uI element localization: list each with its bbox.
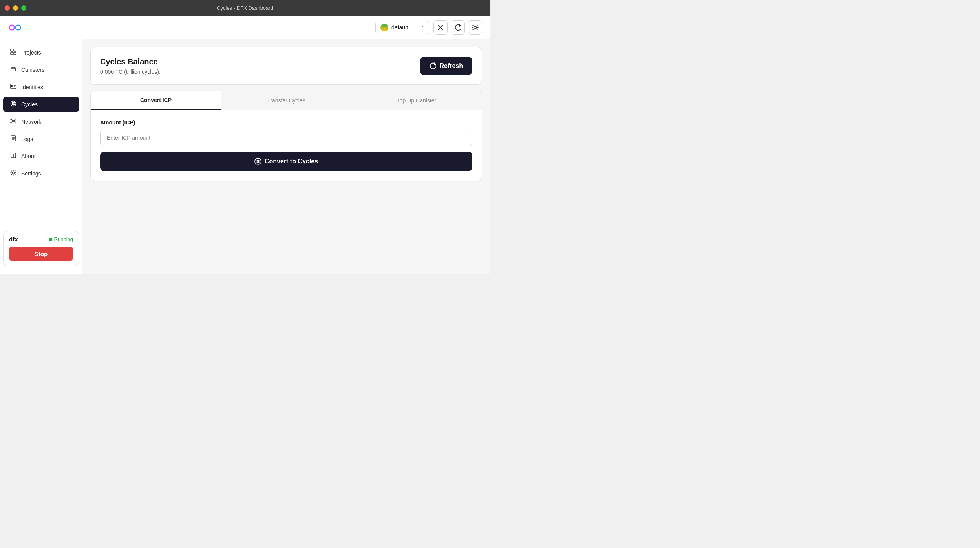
sidebar-item-identities[interactable]: Identities: [3, 79, 79, 95]
refresh-balance-button[interactable]: Refresh: [420, 57, 472, 75]
minimize-button[interactable]: [13, 5, 18, 11]
balance-title: Cycles Balance: [100, 57, 161, 66]
svg-rect-12: [14, 49, 16, 51]
logs-icon: [9, 135, 17, 143]
svg-line-8: [477, 29, 477, 29]
sidebar-label-projects: Projects: [21, 49, 41, 56]
refresh-icon: [454, 24, 461, 31]
svg-rect-14: [14, 52, 16, 55]
canisters-icon: [9, 66, 17, 74]
window-controls[interactable]: [5, 5, 26, 11]
main-content: Cycles Balance 0.000 TC (trillion cycles…: [82, 39, 490, 274]
svg-point-41: [13, 154, 14, 155]
balance-value: 0.000 TC (trillion cycles).: [100, 69, 161, 75]
about-icon: [9, 152, 17, 160]
sidebar-item-network[interactable]: Network: [3, 114, 79, 130]
app-body: Projects Canisters: [0, 39, 490, 274]
sidebar-item-projects[interactable]: Projects: [3, 45, 79, 60]
sidebar-label-logs: Logs: [21, 136, 33, 142]
chevron-down-icon: ⌃: [421, 25, 425, 30]
svg-point-20: [11, 85, 13, 87]
app-window: default ⌃: [0, 16, 490, 274]
identities-icon: [9, 83, 17, 91]
identity-selector[interactable]: default ⌃: [375, 21, 430, 34]
dfx-label: dfx: [9, 236, 18, 243]
app-logo: [8, 20, 22, 35]
dollar-icon: [254, 158, 261, 165]
refresh-header-button[interactable]: [451, 20, 465, 35]
sidebar-label-cycles: Cycles: [21, 101, 38, 108]
tab-transfer-cycles[interactable]: Transfer Cycles: [221, 91, 351, 110]
sidebar-item-settings[interactable]: Settings: [3, 166, 79, 181]
running-status: Running: [54, 236, 73, 242]
svg-line-34: [14, 121, 15, 122]
icp-amount-input[interactable]: [100, 130, 472, 146]
svg-line-7: [473, 25, 473, 26]
svg-line-9: [477, 25, 477, 26]
identity-avatar: [380, 24, 388, 31]
svg-point-29: [11, 122, 12, 123]
window-title: Cycles - DFX Dashboard: [217, 5, 273, 11]
logo: [8, 20, 22, 35]
running-dot: [49, 238, 52, 241]
projects-icon: [9, 49, 17, 57]
refresh-btn-label: Refresh: [439, 62, 463, 69]
convert-to-cycles-button[interactable]: Convert to Cycles: [100, 152, 472, 171]
tab-top-up-canister[interactable]: Top Up Canister: [351, 91, 482, 110]
dfx-running-badge: Running: [49, 236, 73, 242]
svg-rect-13: [11, 52, 13, 55]
amount-label: Amount (ICP): [100, 119, 472, 126]
top-bar-actions: default ⌃: [375, 20, 482, 35]
sidebar-item-cycles[interactable]: Cycles: [3, 97, 79, 112]
clear-button[interactable]: [433, 20, 448, 35]
close-button[interactable]: [5, 5, 10, 11]
settings-icon: [9, 170, 17, 177]
close-icon: [437, 24, 444, 31]
cycles-icon: [9, 100, 17, 108]
network-icon: [9, 118, 17, 126]
top-bar: default ⌃: [0, 16, 490, 39]
svg-line-10: [473, 29, 473, 29]
dfx-status-panel: dfx Running Stop: [3, 231, 79, 266]
sidebar: Projects Canisters: [0, 39, 82, 274]
tab-content-convert-icp: Amount (ICP) Convert to Cycles: [91, 110, 482, 181]
svg-rect-15: [11, 68, 16, 71]
stop-button[interactable]: Stop: [9, 247, 73, 261]
theme-toggle-button[interactable]: [468, 20, 482, 35]
convert-btn-label: Convert to Cycles: [265, 158, 318, 165]
sidebar-label-settings: Settings: [21, 170, 41, 177]
sidebar-label-network: Network: [21, 119, 41, 125]
sidebar-item-logs[interactable]: Logs: [3, 131, 79, 147]
tab-convert-icp[interactable]: Convert ICP: [91, 91, 221, 110]
identity-name: default: [391, 24, 418, 31]
svg-line-31: [12, 120, 13, 121]
svg-point-2: [474, 26, 477, 29]
svg-rect-11: [11, 49, 13, 51]
tabs-card: Convert ICP Transfer Cycles Top Up Canis…: [90, 91, 482, 181]
sidebar-label-canisters: Canisters: [21, 67, 44, 73]
svg-point-27: [11, 119, 12, 120]
tabs-header: Convert ICP Transfer Cycles Top Up Canis…: [91, 91, 482, 110]
svg-point-30: [15, 122, 16, 123]
dfx-status-header: dfx Running: [9, 236, 73, 243]
balance-card: Cycles Balance 0.000 TC (trillion cycles…: [90, 47, 482, 85]
sidebar-label-identities: Identities: [21, 84, 43, 90]
svg-line-33: [12, 121, 13, 122]
sun-icon: [472, 24, 479, 31]
sidebar-item-canisters[interactable]: Canisters: [3, 62, 79, 78]
sidebar-spacer: [0, 182, 82, 228]
refresh-btn-icon: [429, 62, 436, 69]
svg-point-28: [15, 119, 16, 120]
sidebar-item-about[interactable]: About: [3, 148, 79, 164]
title-bar: Cycles - DFX Dashboard: [0, 0, 490, 16]
balance-info: Cycles Balance 0.000 TC (trillion cycles…: [100, 57, 161, 75]
svg-point-42: [13, 172, 15, 174]
maximize-button[interactable]: [21, 5, 26, 11]
svg-line-32: [14, 120, 15, 121]
sidebar-label-about: About: [21, 153, 36, 159]
